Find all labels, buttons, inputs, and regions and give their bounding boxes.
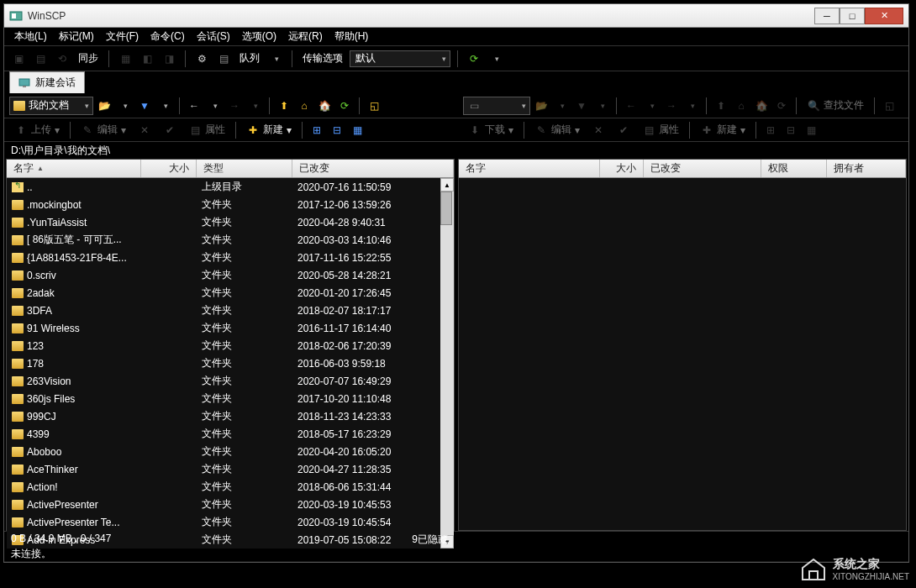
local-file-list[interactable]: ..上级目录2020-07-16 11:50:59.mockingbot文件夹2…: [7, 178, 440, 549]
col-changed[interactable]: 已改变: [292, 160, 454, 177]
new-button[interactable]: ✚新建 ▾: [695, 121, 750, 139]
filter-dropdown[interactable]: [155, 97, 174, 115]
file-row[interactable]: .mockingbot文件夹2017-12-06 13:59:26: [7, 196, 440, 213]
transfer-combo[interactable]: 默认: [350, 50, 450, 67]
file-row[interactable]: AceThinker文件夹2020-04-27 11:28:35: [7, 460, 440, 478]
right-location-combo[interactable]: ▭ ▾: [463, 97, 530, 115]
menu-local[interactable]: 本地(L): [9, 28, 52, 45]
menu-help[interactable]: 帮助(H): [329, 28, 374, 45]
minimize-button[interactable]: ─: [814, 8, 840, 24]
props-button[interactable]: ▤属性: [183, 121, 230, 139]
queue-dropdown[interactable]: [266, 50, 285, 68]
forward-dropdown[interactable]: [245, 97, 264, 115]
sync-browse-icon[interactable]: ◱: [880, 97, 898, 115]
scroll-up-button[interactable]: ▲: [440, 178, 454, 192]
file-row[interactable]: ActivePresenter文件夹2020-03-19 10:45:53: [7, 496, 440, 513]
edit-button[interactable]: ✎编辑 ▾: [76, 121, 131, 139]
filter-icon[interactable]: ▼: [572, 97, 591, 115]
nav-dropdown[interactable]: [552, 97, 571, 115]
queue-button[interactable]: ▤: [214, 50, 233, 68]
plus-icon[interactable]: ⊞: [308, 121, 326, 139]
nav-icon[interactable]: 📂: [95, 97, 113, 115]
tool-icon[interactable]: ◧: [138, 50, 156, 68]
file-row[interactable]: [ 86版五笔 - 可可五...文件夹2020-03-03 14:10:46: [7, 231, 440, 249]
file-row[interactable]: 360js Files文件夹2017-10-20 11:10:48: [7, 390, 440, 407]
new-button[interactable]: ✚新建 ▾: [241, 121, 297, 139]
menu-session[interactable]: 会话(S): [192, 28, 235, 45]
maximize-button[interactable]: □: [840, 8, 865, 24]
file-row[interactable]: Aboboo文件夹2020-04-20 16:05:20: [7, 443, 440, 460]
menu-mark[interactable]: 标记(M): [54, 28, 99, 45]
tool-icon[interactable]: ▦: [116, 50, 134, 68]
forward-button[interactable]: →: [225, 97, 244, 115]
up-button[interactable]: ⬆: [275, 97, 293, 115]
filter-icon[interactable]: ▼: [135, 97, 154, 115]
back-button[interactable]: ←: [185, 97, 203, 115]
file-row[interactable]: 4399文件夹2018-05-17 16:23:29: [7, 425, 440, 443]
file-row[interactable]: 0.scriv文件夹2020-05-28 14:28:21: [7, 266, 440, 284]
file-row[interactable]: {1A881453-21F8-4E...文件夹2017-11-16 15:22:…: [7, 249, 440, 266]
scroll-track[interactable]: [440, 192, 454, 535]
remote-file-list[interactable]: [459, 178, 906, 530]
delete-icon[interactable]: ✕: [133, 122, 156, 139]
file-row[interactable]: 999CJ文件夹2018-11-23 14:23:33: [7, 407, 440, 425]
col-owner[interactable]: 拥有者: [827, 160, 906, 177]
download-button[interactable]: ⬇下载 ▾: [463, 121, 519, 139]
home-button[interactable]: 🏠: [315, 97, 334, 115]
forward-dropdown[interactable]: [682, 97, 701, 115]
delete-icon[interactable]: ✕: [587, 122, 610, 139]
col-changed[interactable]: 已改变: [644, 160, 761, 177]
rename-icon[interactable]: ✔: [612, 122, 635, 139]
file-row[interactable]: 178文件夹2016-06-03 9:59:18: [7, 354, 440, 372]
tool-icon[interactable]: ▦: [802, 121, 820, 139]
col-size[interactable]: 大小: [600, 160, 644, 177]
scroll-thumb[interactable]: [440, 192, 452, 225]
back-dropdown[interactable]: [642, 97, 661, 115]
file-row[interactable]: ..上级目录2020-07-16 11:50:59: [7, 178, 440, 196]
col-name[interactable]: 名字: [459, 160, 600, 177]
reload-button[interactable]: ⟳: [772, 97, 791, 115]
tool-icon[interactable]: ◨: [160, 50, 178, 68]
file-row[interactable]: Action!文件夹2018-06-06 15:31:44: [7, 478, 440, 496]
refresh-icon[interactable]: ⟳: [465, 50, 483, 68]
rename-icon[interactable]: ✔: [158, 122, 182, 139]
root-button[interactable]: ⌂: [295, 97, 313, 115]
file-row[interactable]: .YunTaiAssist文件夹2020-04-28 9:40:31: [7, 213, 440, 231]
file-row[interactable]: 2adak文件夹2020-01-20 17:26:45: [7, 284, 440, 302]
file-row[interactable]: 3DFA文件夹2018-02-07 18:17:17: [7, 302, 440, 319]
file-row[interactable]: 91 Wireless文件夹2016-11-17 16:14:40: [7, 319, 440, 337]
home-button[interactable]: 🏠: [752, 97, 771, 115]
col-type[interactable]: 类型: [197, 160, 292, 177]
file-row[interactable]: ActivePresenter Te...文件夹2020-03-19 10:45…: [7, 513, 440, 531]
col-name[interactable]: 名字▲: [7, 160, 141, 177]
close-button[interactable]: ✕: [865, 8, 903, 24]
file-row[interactable]: 263Vision文件夹2020-07-07 16:49:29: [7, 372, 440, 390]
nav-icon[interactable]: 📂: [532, 97, 550, 115]
edit-button[interactable]: ✎编辑 ▾: [529, 121, 585, 139]
nav-dropdown[interactable]: [115, 97, 134, 115]
new-session-tab[interactable]: 新建会话: [9, 71, 85, 93]
sync-browse-icon[interactable]: ◱: [365, 97, 383, 115]
menu-command[interactable]: 命令(C): [145, 28, 190, 45]
minus-icon[interactable]: ⊟: [782, 121, 800, 139]
find-button[interactable]: 🔍查找文件: [802, 97, 869, 114]
menu-remote[interactable]: 远程(R): [283, 28, 328, 45]
minus-icon[interactable]: ⊟: [328, 121, 346, 139]
tool-icon[interactable]: ▣: [9, 50, 28, 68]
props-button[interactable]: ▤属性: [637, 121, 684, 139]
menu-file[interactable]: 文件(F): [101, 28, 144, 45]
plus-icon[interactable]: ⊞: [761, 121, 780, 139]
back-button[interactable]: ←: [622, 97, 640, 115]
filter-dropdown[interactable]: [592, 97, 611, 115]
left-location-combo[interactable]: 我的文档 ▾: [9, 97, 93, 115]
menu-options[interactable]: 选项(O): [237, 28, 282, 45]
file-row[interactable]: 123文件夹2018-02-06 17:20:39: [7, 337, 440, 354]
tool-icon[interactable]: ▤: [31, 50, 50, 68]
forward-button[interactable]: →: [662, 97, 681, 115]
col-rights[interactable]: 权限: [761, 160, 827, 177]
root-button[interactable]: ⌂: [732, 97, 750, 115]
settings-button[interactable]: ⚙: [192, 50, 211, 68]
scrollbar[interactable]: ▲ ▼: [440, 178, 454, 549]
sync-button[interactable]: ⟲: [53, 50, 71, 68]
upload-button[interactable]: ⬆上传 ▾: [9, 121, 65, 139]
